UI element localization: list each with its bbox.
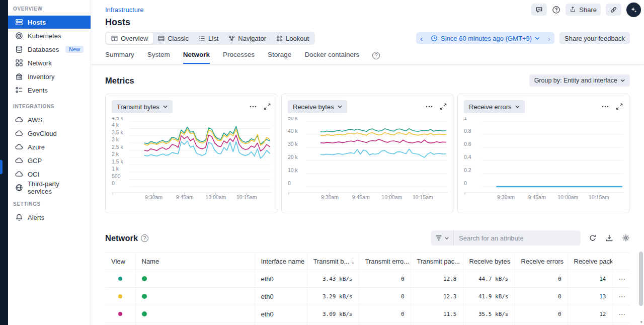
svg-text:10:00am: 10:00am xyxy=(381,194,402,200)
share-feedback-button[interactable]: Share your feedback xyxy=(559,32,630,44)
chart-options-button[interactable] xyxy=(250,106,257,108)
download-icon[interactable] xyxy=(605,234,613,242)
metric-select-button[interactable]: Receive errors xyxy=(464,100,525,113)
network-help-icon[interactable]: ? xyxy=(141,234,148,242)
tab-system[interactable]: System xyxy=(147,51,170,64)
tab-summary[interactable]: Summary xyxy=(105,51,134,64)
sidebar-item-label: Hosts xyxy=(28,19,46,26)
row-actions-button[interactable]: ⋯ xyxy=(612,270,630,288)
table-row: eth0 3.43 kB/s 0 12.8 44.7 kB/s 0 14 ⋯ xyxy=(105,270,630,288)
topbar: Infrastructure Share xyxy=(91,0,644,16)
time-range-button[interactable]: Since 60 minutes ago (GMT+9) xyxy=(427,32,544,44)
sidebar-item-hosts[interactable]: Hosts xyxy=(8,16,91,29)
metric-select-label: Receive errors xyxy=(469,103,512,111)
chart-expand-icon[interactable] xyxy=(616,103,623,110)
svg-text:9:45am: 9:45am xyxy=(176,194,194,200)
tab-docker-containers[interactable]: Docker containers xyxy=(304,51,359,64)
svg-text:3.5 k: 3.5 k xyxy=(112,129,124,135)
sidebar-item-kubernetes[interactable]: Kubernetes xyxy=(12,29,87,42)
group-by-button[interactable]: Group by: Entity and interface xyxy=(529,74,630,87)
row-actions-button[interactable]: ⋯ xyxy=(612,288,630,305)
scrollbar-down-arrow[interactable]: ▾ xyxy=(640,319,642,324)
col-receive-bytes[interactable]: Receive bytes xyxy=(463,253,515,270)
sidebar-item-network[interactable]: Network xyxy=(12,56,87,69)
chart-expand-icon[interactable] xyxy=(440,103,447,110)
interface-name-cell: eth0 xyxy=(255,305,307,323)
view-option-label: Navigator xyxy=(238,35,266,42)
sidebar-item-govcloud[interactable]: GovCloud xyxy=(12,127,87,140)
svg-text:9:30am: 9:30am xyxy=(321,194,339,200)
breadcrumb-infrastructure[interactable]: Infrastructure xyxy=(105,6,144,14)
tab-network[interactable]: Network xyxy=(183,51,210,64)
page-header: Hosts Overview Classic List Navigator Lo… xyxy=(91,16,644,64)
chevron-down-icon xyxy=(535,37,540,40)
share-button[interactable]: Share xyxy=(566,4,601,16)
sidebar-item-aws[interactable]: AWS xyxy=(12,113,87,126)
metric-select-button[interactable]: Receive bytes xyxy=(288,100,347,113)
time-back-button[interactable]: ‹ xyxy=(416,32,427,44)
series-color-dot[interactable] xyxy=(118,294,122,298)
col-transmit-errors[interactable]: Transmit erro... xyxy=(359,253,411,270)
sidebar-section-overview: OVERVIEW xyxy=(13,6,87,12)
link-button[interactable] xyxy=(606,4,621,16)
collapsed-nav-strip[interactable] xyxy=(0,0,8,325)
time-controls: ‹ Since 60 minutes ago (GMT+9) › Share y… xyxy=(416,32,630,44)
chart-options-button[interactable] xyxy=(602,106,609,108)
host-health-dot xyxy=(142,276,147,281)
view-option-navigator[interactable]: Navigator xyxy=(223,33,271,44)
tab-processes[interactable]: Processes xyxy=(223,51,255,64)
sidebar-item-events[interactable]: Events xyxy=(12,84,87,97)
col-transmit-packets[interactable]: Transmit pac... xyxy=(411,253,463,270)
svg-text:1.5 k: 1.5 k xyxy=(112,158,124,165)
time-picker[interactable]: ‹ Since 60 minutes ago (GMT+9) › xyxy=(416,32,554,44)
tabs-help-icon[interactable]: ? xyxy=(372,52,380,59)
sidebar-item-gcp[interactable]: GCP xyxy=(12,154,87,167)
col-transmit-bytes[interactable]: Transmit b...↓ xyxy=(307,253,359,270)
view-option-overview[interactable]: Overview xyxy=(106,33,153,44)
network-section-header: Network ? xyxy=(105,230,630,246)
view-option-list[interactable]: List xyxy=(194,33,223,44)
time-forward-button[interactable]: › xyxy=(544,32,554,44)
cloud-icon xyxy=(15,116,23,124)
help-button[interactable] xyxy=(552,6,560,14)
sidebar-item-label: Inventory xyxy=(28,73,54,80)
settings-gear-icon[interactable] xyxy=(622,234,630,242)
svg-text:0.4: 0.4 xyxy=(464,154,471,160)
transmit-errors-cell: 0 xyxy=(359,288,411,305)
sidebar-item-third-party-services[interactable]: Third-party services xyxy=(12,181,87,194)
view-option-lookout[interactable]: Lookout xyxy=(271,33,314,44)
col-receive-errors[interactable]: Receive errors xyxy=(515,253,568,270)
col-name[interactable]: Name xyxy=(135,253,255,270)
attribute-search xyxy=(431,230,581,246)
sidebar-item-inventory[interactable]: Inventory xyxy=(12,70,87,83)
sidebar-item-azure[interactable]: Azure xyxy=(12,140,87,153)
series-color-dot[interactable] xyxy=(118,312,122,316)
row-actions-button[interactable]: ⋯ xyxy=(612,305,630,323)
search-input[interactable] xyxy=(454,230,581,246)
series-color-dot[interactable] xyxy=(118,277,122,281)
chart-expand-icon[interactable] xyxy=(264,103,271,110)
col-interface-name[interactable]: Interface name xyxy=(255,253,307,270)
chart-options-button[interactable] xyxy=(426,106,433,108)
metric-select-button[interactable]: Transmit bytes xyxy=(112,100,173,113)
transmit-bytes-cell: 3.43 kB/s xyxy=(307,270,359,288)
filter-button[interactable] xyxy=(431,230,454,246)
page-title: Hosts xyxy=(105,17,630,28)
sidebar-item-label: Events xyxy=(28,87,48,94)
ai-assistant-button[interactable] xyxy=(626,3,641,17)
svg-text:2.5 k: 2.5 k xyxy=(112,144,124,150)
col-receive-packets[interactable]: Receive pack xyxy=(568,253,612,270)
sidebar-item-label: Kubernetes xyxy=(28,32,61,40)
view-option-classic[interactable]: Classic xyxy=(153,33,194,44)
sidebar-item-alerts[interactable]: Alerts xyxy=(12,211,87,224)
refresh-icon[interactable] xyxy=(589,234,597,242)
metrics-heading: Metrics xyxy=(105,76,134,86)
tab-storage[interactable]: Storage xyxy=(268,51,291,64)
sidebar-item-oci[interactable]: OCI xyxy=(12,168,87,181)
vertical-scrollbar-thumb[interactable] xyxy=(639,252,643,306)
feedback-comment-button[interactable] xyxy=(531,4,547,16)
col-label: Transmit b... xyxy=(313,258,350,265)
sidebar-item-label: GCP xyxy=(28,157,42,165)
sidebar-item-databases[interactable]: Databases New xyxy=(12,43,87,56)
col-view[interactable]: View xyxy=(105,253,135,270)
